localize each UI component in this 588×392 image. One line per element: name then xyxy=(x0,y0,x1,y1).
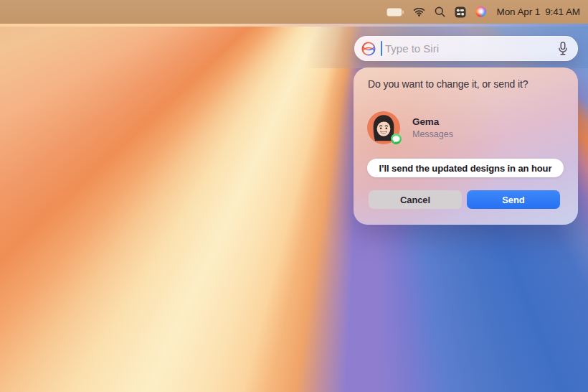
siri-response-panel: Do you want to change it, or send it? xyxy=(354,67,578,225)
search-icon[interactable] xyxy=(435,6,445,17)
desktop: Mon Apr 1 9:41 AM xyxy=(0,0,588,392)
contact-row: Gema Messages xyxy=(367,111,453,144)
siri-glyph-icon xyxy=(361,41,376,57)
messages-bubble-icon xyxy=(391,134,402,144)
wifi-icon[interactable] xyxy=(413,8,425,17)
siri-menu-icon[interactable] xyxy=(475,6,486,17)
siri-input-bar[interactable] xyxy=(354,36,578,61)
text-caret xyxy=(381,41,382,56)
contact-name: Gema xyxy=(412,116,453,127)
send-button[interactable]: Send xyxy=(467,190,560,209)
wallpaper-highlight-strip xyxy=(0,24,588,27)
menubar-time[interactable]: 9:41 AM xyxy=(545,6,580,17)
microphone-icon[interactable] xyxy=(557,41,569,57)
contact-app-label: Messages xyxy=(412,129,453,139)
control-center-icon[interactable] xyxy=(455,6,466,18)
avatar xyxy=(367,111,400,144)
siri-text-input[interactable] xyxy=(385,42,557,55)
siri-question-text: Do you want to change it, or send it? xyxy=(368,78,568,90)
cancel-button[interactable]: Cancel xyxy=(369,190,462,209)
battery-icon[interactable] xyxy=(387,8,404,17)
menubar-date[interactable]: Mon Apr 1 xyxy=(497,6,541,17)
message-draft-field[interactable]: I’ll send the updated designs in an hour xyxy=(367,159,564,177)
menu-bar: Mon Apr 1 9:41 AM xyxy=(0,0,588,24)
contact-text-block: Gema Messages xyxy=(412,116,453,139)
